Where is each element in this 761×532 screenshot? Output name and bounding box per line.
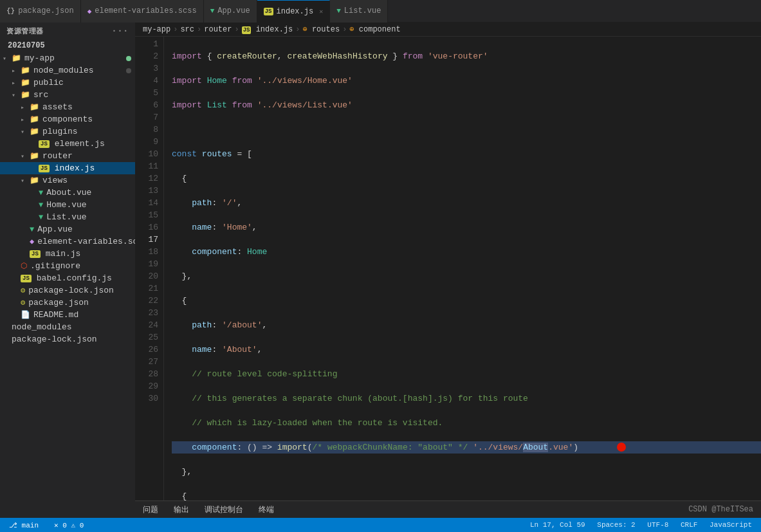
code-content[interactable]: import { createRouter, createWebHashHist… (164, 37, 761, 500)
sidebar-label: Home.vue (46, 200, 86, 210)
line-numbers: 123 456 789 101112 131415 161718 192021 … (135, 37, 164, 500)
sidebar-label: package-lock.json (12, 335, 97, 344)
vue-icon: ▼ (210, 7, 215, 15)
main-area: 资源管理器 ··· 20210705 ▾ 📁 my-app ▸ 📁 node_m… (0, 23, 761, 518)
panel-tab-output[interactable]: 输出 (166, 501, 197, 518)
sidebar-item-pkg-lock[interactable]: ⚙ package-lock.json (0, 284, 135, 297)
sidebar-item-readme[interactable]: 📄 README.md (0, 309, 135, 321)
sidebar-item-node-modules[interactable]: ▸ 📁 node_modules (0, 64, 135, 77)
sidebar-label: router (42, 151, 73, 161)
folder-icon: 📁 (30, 127, 39, 136)
sidebar-item-element-js[interactable]: JS element.js (0, 138, 135, 150)
status-dot-dim (126, 68, 131, 73)
sidebar-item-babel[interactable]: JS babel.config.js (0, 272, 135, 284)
sidebar-label: views (42, 176, 68, 185)
sidebar-item-views[interactable]: ▾ 📁 views (0, 174, 135, 187)
tab-index-js[interactable]: JS index.js ✕ (257, 0, 330, 23)
panel-tab-problems[interactable]: 问题 (135, 501, 166, 518)
sidebar-label: babel.config.js (37, 273, 112, 283)
tab-element-variables[interactable]: ◆ element-variables.scss (81, 0, 204, 23)
sidebar-label: plugins (42, 127, 78, 136)
code-line-14: // route level code-splitting (172, 368, 761, 380)
tab-package-json[interactable]: {} package.json (0, 0, 81, 23)
sidebar-label: node_modules (33, 66, 94, 75)
sidebar-item-pkg-lock-root[interactable]: package-lock.json (0, 333, 135, 345)
code-line-12: path: '/about', (172, 319, 761, 331)
code-line-1: import { createRouter, createWebHashHist… (172, 50, 761, 62)
breadcrumb-routes: ⊕ routes (302, 24, 340, 34)
sidebar-item-app-vue[interactable]: ▼ App.vue (0, 223, 135, 235)
eol[interactable]: CRLF (677, 521, 701, 529)
code-line-7: path: '/', (172, 197, 761, 209)
sidebar-item-list-vue[interactable]: ▼ List.vue (0, 211, 135, 223)
sidebar-item-gitignore[interactable]: ⬡ .gitignore (0, 260, 135, 272)
code-line-8: name: 'Home', (172, 221, 761, 234)
panel-tab-debug[interactable]: 调试控制台 (197, 501, 251, 518)
sidebar-label: element-variables.scss (37, 237, 135, 246)
chevron-down-icon: ▾ (21, 152, 30, 160)
folder-icon: 📁 (30, 102, 39, 112)
vue-icon-list: ▼ (336, 7, 341, 15)
panel-tab-bar: 问题 输出 调试控制台 终端 CSDN @TheITSea (135, 500, 761, 518)
sidebar-item-about-vue[interactable]: ▼ About.vue (0, 187, 135, 199)
folder-icon: 📁 (21, 66, 30, 75)
chevron-down-icon: ▾ (21, 128, 30, 136)
more-icon[interactable]: ··· (111, 26, 129, 36)
package-json-icon: {} (6, 7, 15, 15)
sidebar-item-router[interactable]: ▾ 📁 router (0, 150, 135, 162)
sidebar-item-my-app[interactable]: ▾ 📁 my-app (0, 52, 135, 64)
tab-label: List.vue (344, 6, 381, 15)
sidebar-item-src[interactable]: ▾ 📁 src (0, 89, 135, 101)
language-mode[interactable]: JavaScript (706, 521, 756, 529)
chevron-right-icon: ▸ (21, 104, 30, 111)
sidebar-item-public[interactable]: ▸ 📁 public (0, 77, 135, 89)
tab-close-icon[interactable]: ✕ (319, 8, 323, 15)
status-bar: ⎇ main ✕ 0 ⚠ 0 Ln 17, Col 59 Spaces: 2 U… (0, 518, 761, 532)
sidebar-item-pkg-json[interactable]: ⚙ package.json (0, 297, 135, 309)
folder-icon: 📁 (30, 151, 39, 161)
sidebar-item-assets[interactable]: ▸ 📁 assets (0, 101, 135, 113)
code-line-4 (172, 124, 761, 136)
tab-list-vue[interactable]: ▼ List.vue (330, 0, 388, 23)
folder-icon: 📁 (21, 78, 30, 87)
breadcrumb-src: src (180, 25, 194, 34)
code-line-6: { (172, 172, 761, 185)
code-line-11: { (172, 295, 761, 307)
status-dot (126, 56, 131, 61)
editor-area: my-app › src › router › JS index.js › ⊕ … (135, 23, 761, 518)
sidebar-label: package.json (28, 298, 89, 307)
code-line-10: }, (172, 270, 761, 282)
sidebar-item-element-scss[interactable]: ◆ element-variables.scss (0, 235, 135, 248)
folder-icon: 📁 (30, 115, 39, 124)
sidebar-item-index-js[interactable]: JS index.js (0, 162, 135, 174)
sidebar-item-main-js[interactable]: JS main.js (0, 248, 135, 260)
encoding[interactable]: UTF-8 (643, 521, 672, 529)
sidebar-label: assets (42, 102, 73, 112)
js-file-icon: JS (39, 140, 50, 148)
sidebar-label: List.vue (46, 212, 86, 222)
sidebar-label: my-app (24, 53, 55, 63)
tab-app-vue[interactable]: ▼ App.vue (204, 0, 257, 23)
sidebar-item-home-vue[interactable]: ▼ Home.vue (0, 199, 135, 211)
js-file-icon: JS (39, 165, 50, 172)
chevron-right-icon: ▸ (12, 79, 21, 87)
tab-bar: {} package.json ◆ element-variables.scss… (0, 0, 761, 23)
spaces[interactable]: Spaces: 2 (593, 521, 639, 529)
scss-icon: ◆ (87, 7, 92, 15)
sidebar-item-node-modules-root[interactable]: node_modules (0, 321, 135, 333)
sidebar-item-plugins[interactable]: ▾ 📁 plugins (0, 125, 135, 138)
js-icon: JS (264, 8, 273, 15)
code-editor[interactable]: 123 456 789 101112 131415 161718 192021 … (135, 37, 761, 500)
error-count[interactable]: ✕ 0 ⚠ 0 (50, 521, 87, 529)
sidebar-item-components[interactable]: ▸ 📁 components (0, 113, 135, 125)
breadcrumb-router: router (204, 25, 232, 34)
json-file-icon: ⚙ (21, 298, 25, 307)
code-line-17: component: () => import(/* webpackChunkN… (172, 441, 761, 454)
git-branch[interactable]: ⎇ main (5, 521, 42, 529)
code-line-3: import List from '../views/List.vue' (172, 99, 761, 111)
folder-icon: 📁 (30, 176, 39, 185)
code-line-13: name: 'About', (172, 344, 761, 356)
json-file-icon: ⚙ (21, 286, 25, 295)
panel-tab-terminal[interactable]: 终端 (251, 501, 282, 518)
md-file-icon: 📄 (21, 310, 30, 320)
